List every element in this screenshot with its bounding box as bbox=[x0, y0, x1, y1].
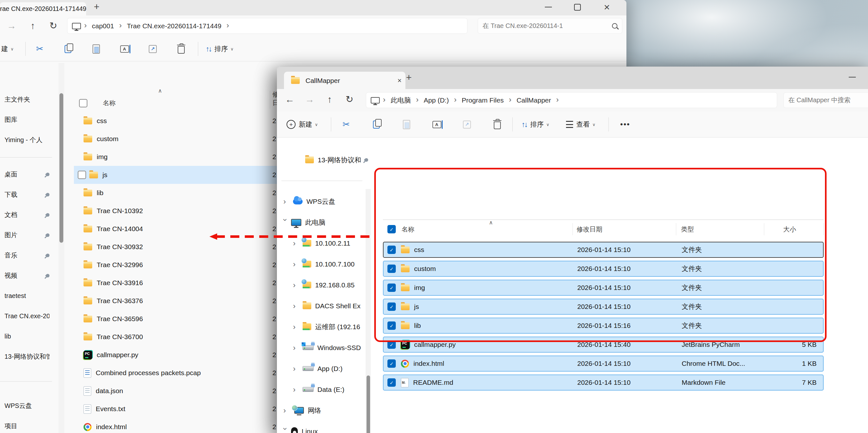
chevron-icon[interactable] bbox=[281, 219, 289, 226]
up-button[interactable]: ↑ bbox=[26, 19, 40, 33]
tree-item[interactable]: DACS Shell Ex bbox=[277, 295, 371, 316]
rename-button[interactable]: A bbox=[422, 121, 452, 128]
file-row[interactable]: Trae CN-36596 2 bbox=[74, 310, 286, 328]
new-tab-button[interactable]: + bbox=[94, 1, 100, 12]
paste-button[interactable] bbox=[82, 45, 111, 54]
tree-item[interactable]: 此电脑 bbox=[277, 212, 371, 233]
tree-scrollbar[interactable] bbox=[366, 189, 371, 433]
new-tab-button[interactable]: + bbox=[406, 72, 412, 83]
sidebar-item[interactable]: Yiming - 个人 bbox=[0, 130, 58, 150]
sidebar-item[interactable]: 项目 bbox=[0, 416, 58, 433]
chevron-icon[interactable] bbox=[293, 365, 303, 373]
tree-item[interactable]: Windows-SSD bbox=[277, 337, 371, 358]
tree-item[interactable] bbox=[277, 170, 371, 191]
sidebar-item[interactable]: 图片 bbox=[0, 225, 58, 245]
name-column-header[interactable]: 名称 bbox=[103, 99, 116, 107]
refresh-button[interactable]: ↻ bbox=[46, 19, 60, 33]
chevron-icon[interactable] bbox=[293, 302, 303, 310]
search-box[interactable]: 在 Trae CN.exe-20260114-1 bbox=[478, 18, 622, 33]
paste-button[interactable] bbox=[392, 120, 422, 129]
sidebar-item[interactable]: Trae CN.exe-20 bbox=[0, 306, 58, 326]
file-row[interactable]: index.html 2 bbox=[74, 418, 286, 433]
file-row[interactable]: Trae CN-30932 2 bbox=[74, 238, 286, 256]
tree-item[interactable]: 运维部 (192.16 bbox=[277, 316, 371, 337]
file-row[interactable]: custom 2 bbox=[74, 130, 286, 148]
address-bar[interactable]: › cap001 › Trae CN.exe-20260114-171449 › bbox=[67, 18, 467, 33]
sidebar-item[interactable]: WPS云盘 bbox=[0, 396, 58, 416]
share-button[interactable]: ↗ bbox=[452, 120, 482, 128]
sidebar-item[interactable]: 主文件夹 bbox=[0, 89, 58, 110]
close-button[interactable]: × bbox=[599, 0, 614, 14]
refresh-button[interactable]: ↻ bbox=[342, 92, 356, 107]
maximize-button[interactable] bbox=[570, 0, 585, 14]
sidebar-item[interactable]: 13-网络协议和管 bbox=[0, 347, 58, 367]
chevron-icon[interactable] bbox=[281, 428, 289, 433]
forward-button[interactable]: → bbox=[4, 19, 19, 33]
share-button[interactable]: ↗ bbox=[139, 45, 167, 53]
tree-item[interactable]: WPS云盘 bbox=[277, 191, 371, 212]
row-checkbox[interactable] bbox=[78, 171, 86, 179]
tree-item[interactable]: 192.168.0.85 bbox=[277, 275, 371, 295]
file-row[interactable]: Trae CN-36376 2 bbox=[74, 292, 286, 310]
sidebar-item[interactable]: traetest bbox=[0, 286, 58, 306]
chevron-icon[interactable] bbox=[283, 198, 293, 205]
new-button[interactable]: 建 ∨ bbox=[1, 45, 14, 53]
file-row[interactable]: Trae CN-32996 2 bbox=[74, 256, 286, 274]
back-button[interactable]: ← bbox=[283, 92, 297, 107]
file-row[interactable]: data.json 2 bbox=[74, 382, 286, 400]
sidebar-item[interactable]: 文档 bbox=[0, 205, 58, 225]
breadcrumb-callmapper[interactable]: CallMapper bbox=[515, 96, 553, 104]
file-row[interactable]: Trae CN-33916 2 bbox=[74, 274, 286, 292]
breadcrumb-cap001[interactable]: cap001 bbox=[90, 22, 116, 30]
file-row[interactable]: index.html 2026-01-14 15:10 Chrome HTML … bbox=[383, 355, 824, 372]
chevron-icon[interactable] bbox=[293, 344, 303, 352]
more-options-button[interactable]: ••• bbox=[620, 120, 630, 129]
tree-item[interactable]: 13-网络协议和 bbox=[277, 149, 371, 170]
sidebar-item[interactable]: 下载 bbox=[0, 184, 58, 205]
sidebar-item[interactable]: 图库 bbox=[0, 110, 58, 130]
forward-button[interactable]: → bbox=[303, 92, 317, 107]
address-bar[interactable]: › 此电脑 › App (D:) › Program Files › CallM… bbox=[366, 93, 777, 108]
file-row[interactable]: lib 2 bbox=[74, 184, 286, 202]
tree-item[interactable]: Data (E:) bbox=[277, 379, 371, 400]
file-row[interactable]: Events.txt 2 bbox=[74, 400, 286, 418]
tab-close-icon[interactable]: × bbox=[397, 77, 402, 84]
cut-button[interactable]: ✂ bbox=[26, 44, 54, 54]
file-row[interactable]: Combined processes packets.pcap 2 bbox=[74, 364, 286, 382]
breadcrumb-this-pc[interactable]: 此电脑 bbox=[389, 96, 413, 105]
sidebar-item[interactable] bbox=[0, 150, 58, 164]
file-row[interactable]: Trae CN-10392 2 bbox=[74, 202, 286, 220]
scrollbar-thumb[interactable] bbox=[59, 93, 63, 243]
file-row[interactable]: js 2 bbox=[74, 166, 286, 184]
tree-item[interactable]: Linux bbox=[277, 421, 371, 433]
copy-button[interactable] bbox=[362, 120, 392, 128]
sidebar-scrollbar[interactable] bbox=[59, 63, 64, 433]
up-button[interactable]: ↑ bbox=[322, 92, 337, 107]
sidebar-item[interactable]: 音乐 bbox=[0, 245, 58, 265]
sidebar-item[interactable]: 桌面 bbox=[0, 164, 58, 184]
breadcrumb-program-files[interactable]: Program Files bbox=[460, 96, 506, 104]
tree-item[interactable]: 网络 bbox=[277, 400, 371, 421]
tab-callmapper[interactable]: CallMapper × bbox=[284, 72, 405, 89]
delete-button[interactable] bbox=[167, 45, 195, 54]
view-button[interactable]: 查看 ∨ bbox=[566, 120, 596, 129]
row-checkbox[interactable] bbox=[388, 359, 396, 368]
tree-item[interactable]: App (D:) bbox=[277, 358, 371, 379]
delete-button[interactable] bbox=[482, 120, 513, 129]
file-row[interactable]: img 2 bbox=[74, 148, 286, 166]
file-row[interactable]: callmapper.py 2 bbox=[74, 346, 286, 364]
new-button[interactable]: + 新建 ∨ bbox=[286, 120, 318, 129]
sidebar-item[interactable]: lib bbox=[0, 326, 58, 347]
copy-button[interactable] bbox=[54, 45, 82, 53]
scrollbar-thumb[interactable] bbox=[367, 375, 370, 433]
breadcrumb-app-d[interactable]: App (D:) bbox=[422, 96, 451, 104]
sort-button[interactable]: ↑↓ 排序 ∨ bbox=[206, 45, 234, 53]
tree-item[interactable]: 10.100.7.100 bbox=[277, 254, 371, 275]
file-row[interactable]: README.md 2026-01-14 15:10 Markdown File… bbox=[383, 375, 824, 391]
breadcrumb-trae-folder[interactable]: Trae CN.exe-20260114-171449 bbox=[125, 22, 223, 30]
minimize-button[interactable] bbox=[541, 0, 556, 14]
cut-button[interactable]: ✂ bbox=[331, 119, 362, 129]
file-row[interactable]: css 2 bbox=[74, 112, 286, 130]
chevron-icon[interactable] bbox=[293, 323, 303, 331]
sort-button[interactable]: ↑↓ 排序 ∨ bbox=[522, 120, 550, 129]
